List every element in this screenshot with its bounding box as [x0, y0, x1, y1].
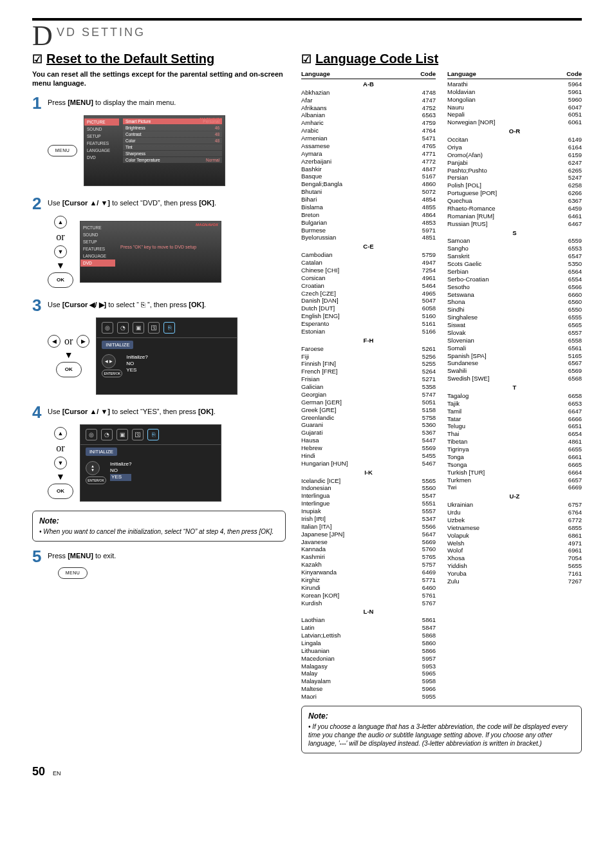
lang-row: Armenian5471 — [301, 135, 436, 142]
t: to select “YES”, then press — [110, 408, 198, 415]
lang-row: Zulu7267 — [447, 578, 582, 585]
lang-row: Vietnamese6855 — [447, 524, 582, 532]
lang-row: French [FRE]5264 — [301, 368, 436, 375]
lang-row: Irish [IRI]5347 — [301, 515, 436, 523]
lock-icon: ⚿ — [148, 322, 160, 334]
ok-button[interactable]: OK — [48, 484, 73, 499]
lang-row: Singhalese6555 — [447, 314, 582, 321]
lang-row: Nepali6051 — [447, 111, 582, 118]
arrow-down-icon: ▼ — [64, 350, 73, 359]
tv-side-item: PICTURE — [84, 118, 119, 126]
t: . — [214, 199, 216, 207]
lang-row: Nauru6047 — [447, 104, 582, 111]
right-column: Language Code List LanguageCode A-BAbkha… — [301, 52, 582, 753]
lang-row: Latin5847 — [301, 624, 436, 632]
init-yes-selected: YES — [110, 474, 131, 480]
dvd-tab-icons: ◎ ◔ ▣ ⚿ ⎘ — [97, 318, 237, 338]
lang-row: Panjabi6247 — [447, 159, 582, 167]
tv-side-item: PICTURE — [80, 224, 115, 231]
lang-row: Danish [DAN]5047 — [301, 297, 436, 305]
col-head-lang: Language — [447, 70, 476, 78]
lang-row: Volapuk6861 — [447, 532, 582, 540]
cursor-down-button[interactable]: ▼ — [54, 245, 67, 258]
menu-button[interactable]: MENU — [48, 145, 77, 156]
lang-row: Estonian5166 — [301, 328, 436, 335]
tv-msg: Press "OK" key to move to DVD setup — [120, 245, 217, 249]
lock-icon: ⚿ — [132, 429, 144, 440]
cursor-up-button[interactable]: ▲ — [54, 427, 67, 440]
lang-row: Uzbek6772 — [447, 516, 582, 524]
tv-side-item: FEATURES — [84, 140, 119, 147]
lang-row: Dutch [DUT]6058 — [301, 305, 436, 312]
tv-dvd-select: MAGNAVOX PICTURESOUNDSETUPFEATURESLANGUA… — [80, 221, 221, 283]
cursor-right-button[interactable]: ▶ — [77, 335, 89, 348]
or-label: or — [56, 231, 64, 243]
langlist-heading: Language Code List — [301, 52, 582, 66]
lang-row: Oromo(Afan)6159 — [447, 151, 582, 159]
lang-row: Kazakh5757 — [301, 561, 436, 569]
lang-row: Inupiak5557 — [301, 507, 436, 515]
lang-row: Bengali;Bangla4860 — [301, 180, 436, 188]
col-head-code: Code — [420, 70, 436, 78]
ok-button[interactable]: OK — [48, 272, 73, 288]
lang-row: Yiddish5655 — [447, 562, 582, 570]
dvd-setup-screen: ◎ ◔ ▣ ⚿ ⎘ INITIALIZE ◀ ▶ ENTER/OK Initia — [96, 317, 237, 395]
step-1-graphic: MENU MAGNAVOX PICTURESOUNDSETUPFEATURESL… — [48, 115, 286, 186]
note-title: Note: — [308, 712, 575, 721]
cursor-left-button[interactable]: ◀ — [48, 335, 60, 348]
lang-group-label: S — [447, 229, 582, 237]
lang-row: Polish [POL]6258 — [447, 182, 582, 189]
dvd-setup-screen-yes: ◎ ◔ ▣ ⚿ ⎘ INITIALIZE ▲▼ ENTER/OK Initial — [80, 424, 221, 502]
lang-row: Greek [GRE]5158 — [301, 406, 436, 414]
lang-row: Ukrainian6757 — [447, 501, 582, 509]
lang-row: Bislama4855 — [301, 203, 436, 211]
t: [Cursor ◀/ ▶] — [62, 301, 107, 308]
lang-row: Scots Gaelic5350 — [447, 260, 582, 268]
lang-row: Hindi5455 — [301, 452, 436, 460]
lang-row: Abkhazian4748 — [301, 89, 436, 97]
step-1-post: to display the main menu. — [93, 99, 176, 106]
ok-button[interactable]: OK — [56, 362, 82, 377]
lang-group-label: I-K — [301, 469, 436, 476]
lang-row: Tajik6653 — [447, 400, 582, 408]
lang-row: Tatar6666 — [447, 415, 582, 423]
lang-row: Afrikaans4752 — [301, 104, 436, 112]
lang-row: Indonesian5560 — [301, 484, 436, 492]
cursor-down-button[interactable]: ▼ — [54, 457, 67, 469]
t: [OK] — [189, 301, 204, 308]
lang-row: Finnish [FIN]5255 — [301, 360, 436, 368]
lang-row: Turkish [TUR]6664 — [447, 469, 582, 476]
tv-side-item: SETUP — [80, 238, 115, 245]
tv-side-item: SETUP — [84, 133, 119, 140]
cursor-up-button[interactable]: ▲ — [54, 216, 67, 229]
lang-row: Malay5965 — [301, 670, 436, 677]
menu-button[interactable]: MENU — [58, 567, 88, 579]
step-2-num: 2 — [32, 195, 48, 212]
tv-menu-row: Brightness46 — [123, 125, 222, 131]
dpad-icon: ▲▼ — [86, 461, 100, 475]
lang-row: Italian [ITA]5566 — [301, 523, 436, 531]
left-column: Reset to the Default Setting You can res… — [32, 52, 286, 753]
lang-row: Slovenian6558 — [447, 337, 582, 344]
t: to select “DVD”, then press — [110, 199, 199, 207]
tv-menu-row: Tint — [123, 144, 222, 150]
t: Press — [48, 552, 68, 560]
lang-row: Samoan6559 — [447, 237, 582, 245]
lang-row: Gujarati5367 — [301, 429, 436, 437]
lang-row: Icelandic [ICE]5565 — [301, 477, 436, 485]
note-text: If you choose a language that has a 3-le… — [308, 722, 575, 748]
step-2-graphic: ▲ or ▼ ▼ OK MAGNAVOX PICTURESOUNDSETUPFE… — [48, 216, 286, 288]
tv-menu-rows: Smart PicturePersonalBrightness46Contras… — [123, 118, 222, 164]
lang-row: Bhutani5072 — [301, 188, 436, 196]
lang-col-1: LanguageCode A-BAbkhazian4748Afar4747Afr… — [301, 70, 436, 701]
lang-row: Chinese [CHI]7254 — [301, 267, 436, 274]
timer-icon: ◔ — [101, 429, 113, 440]
audio-icon: ▣ — [116, 429, 128, 440]
lang-row: Rhaeto-Romance6459 — [447, 205, 582, 212]
lang-row: Hungarian [HUN]5467 — [301, 460, 436, 467]
title-initial: D — [32, 19, 53, 52]
lang-row: Bulgarian4853 — [301, 219, 436, 227]
tv-sidebar: PICTURESOUNDSETUPFEATURESLANGUAGEDVD — [84, 118, 119, 161]
lang-row: Faroese5261 — [301, 345, 436, 353]
lang-group-label: L-N — [301, 608, 436, 616]
